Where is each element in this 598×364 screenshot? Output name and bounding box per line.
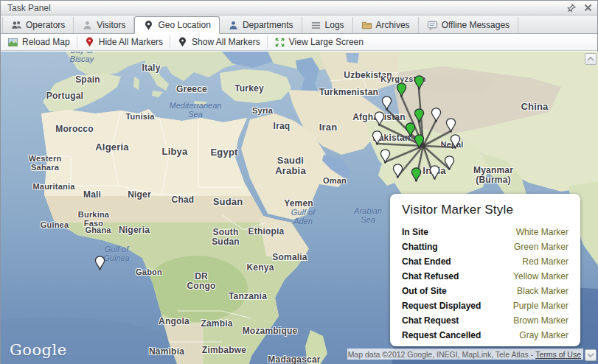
legend-status-label: In Site	[402, 227, 428, 237]
tab-label: Departments	[243, 20, 293, 30]
legend-row-in-site: In SiteWhite Marker	[402, 225, 569, 239]
toolbar-button-label: Show All Markers	[192, 37, 260, 47]
pin-icon[interactable]	[566, 3, 577, 13]
map-label-somalia: Somalia	[272, 253, 307, 262]
legend-status-label: Out of Site	[402, 286, 447, 296]
visitor-marker-in-site[interactable]	[429, 165, 440, 181]
visitor-marker-in-site[interactable]	[431, 108, 442, 123]
tab-visitors[interactable]: Visitors	[74, 17, 134, 33]
visitor-marker-in-site[interactable]	[381, 96, 392, 111]
visitor-marker-in-site[interactable]	[372, 130, 383, 146]
tab-label: Logs	[325, 20, 344, 30]
visitor-marker-in-site[interactable]	[374, 111, 385, 127]
tab-logs[interactable]: Logs	[302, 17, 353, 33]
water-label-arabian-sea: Arabian Sea	[354, 206, 382, 224]
legend-marker-value: Black Marker	[517, 286, 569, 296]
legend-status-label: Chat Ended	[402, 256, 451, 267]
reload-map-button[interactable]: Reload Map	[1, 34, 77, 50]
map-label-sudan: Sudan	[213, 197, 243, 207]
map-label-mozambique: Mozambique	[243, 326, 298, 336]
map-label-morocco: Morocco	[55, 125, 93, 134]
visitor-marker-chatting[interactable]	[414, 134, 425, 150]
map-label-algeria: Algeria	[95, 142, 128, 153]
legend-marker-value: White Marker	[516, 227, 569, 237]
tab-label: Visitors	[97, 20, 125, 30]
tab-geo-location[interactable]: Geo Location	[134, 16, 219, 34]
map-label-south-sudan: South Sudan	[212, 228, 240, 246]
legend-status-label: Request Displayed	[402, 301, 481, 311]
scroll-down-button[interactable]	[585, 349, 597, 361]
map-label-yemen: Yemen	[284, 199, 313, 209]
visitor-marker-in-site[interactable]	[450, 134, 461, 150]
tab-archives[interactable]: Archives	[353, 17, 419, 33]
offline-messages-icon	[427, 20, 438, 31]
map-label-syria: Syria	[252, 107, 273, 116]
water-label-mediterranean-sea: Mediterranean Sea	[170, 101, 222, 119]
map-label-myanmar-burma: Myanmar (Burma)	[473, 166, 513, 184]
terms-of-use-link[interactable]: Terms of Use	[535, 350, 581, 359]
expand-icon	[274, 37, 285, 48]
map-label-china: China	[521, 102, 548, 112]
map-label-madagascar: Madagascar	[268, 355, 320, 364]
legend-row-chat-ended: Chat EndedRed Marker	[402, 254, 569, 269]
map-label-egypt: Egypt	[210, 147, 237, 158]
visitor-marker-in-site[interactable]	[444, 155, 455, 171]
view-large-screen-button[interactable]: View Large Screen	[268, 34, 370, 50]
map-label-turkmenistan: Turkmenistan	[319, 88, 378, 97]
visitor-marker-chatting[interactable]	[414, 108, 425, 124]
map-label-mauritania: Mauritania	[32, 183, 74, 192]
map-label-spain: Spain	[75, 75, 100, 85]
map-label-ghana: Ghana	[85, 226, 111, 235]
archives-icon	[361, 20, 372, 31]
hide-all-markers-button[interactable]: Hide All Markers	[77, 34, 170, 50]
visitor-marker-in-site[interactable]	[445, 118, 456, 133]
visitor-marker-in-site[interactable]	[94, 256, 105, 271]
scroll-up-button[interactable]	[585, 53, 597, 65]
title-bar: Task Panel	[1, 1, 597, 15]
legend-marker-value: Red Marker	[522, 256, 569, 267]
visitor-marker-chatting[interactable]	[411, 167, 422, 183]
tab-operators[interactable]: Operators	[2, 17, 74, 33]
legend-status-label: Chatting	[402, 242, 438, 252]
map-attribution: Map data ©2012 Google, INEGI, MapLink, T…	[347, 349, 583, 360]
water-label-gulf-of-guinea: Gulf of Guinea	[103, 245, 129, 262]
legend-status-label: Request Cancelled	[402, 330, 481, 340]
legend-row-chat-refused: Chat RefusedYellow Marker	[402, 269, 569, 284]
map-view[interactable]: Google Map data ©2012 Google, INEGI, Map…	[1, 52, 598, 364]
visitor-marker-style-panel: Visitor Marker Style In SiteWhite Marker…	[390, 194, 580, 346]
legend-row-request-displayed: Request DisplayedPurple Marker	[402, 298, 569, 313]
tab-label: Operators	[26, 20, 65, 30]
map-label-tanzania: Tanzania	[229, 292, 267, 301]
legend-status-label: Chat Request	[402, 315, 459, 326]
map-label-ethiopia: Ethiopia	[248, 227, 285, 237]
close-icon[interactable]	[583, 3, 593, 13]
visitor-marker-chatting[interactable]	[414, 75, 425, 91]
water-label-bay-of-biscay: Bay of Biscay	[70, 52, 94, 63]
legend-row-out-of-site: Out of SiteBlack Marker	[402, 284, 569, 298]
tab-departments[interactable]: Departments	[220, 17, 302, 33]
visitor-marker-in-site[interactable]	[392, 164, 403, 179]
toolbar-button-label: View Large Screen	[289, 37, 364, 47]
map-label-angola: Angola	[159, 317, 190, 326]
legend-marker-value: Brown Marker	[513, 315, 569, 326]
map-label-mali: Mali	[83, 190, 101, 200]
window-title: Task Panel	[5, 3, 566, 13]
map-label-nigeria: Nigeria	[119, 225, 150, 235]
show-all-markers-button[interactable]: Show All Markers	[170, 34, 267, 50]
map-label-iraq: Iraq	[274, 122, 291, 131]
map-label-namibia: Namibia	[149, 347, 184, 357]
visitor-marker-chatting[interactable]	[396, 83, 407, 98]
map-label-iran: Iran	[319, 122, 338, 133]
departments-icon	[228, 20, 239, 31]
legend-row-chat-request: Chat RequestBrown Marker	[402, 313, 569, 328]
map-label-greece: Greece	[176, 85, 207, 94]
tab-offline-messages[interactable]: Offline Messages	[419, 17, 519, 33]
tab-bar: OperatorsVisitorsGeo LocationDepartments…	[1, 15, 597, 34]
visitor-marker-in-site[interactable]	[380, 149, 391, 164]
tab-label: Archives	[376, 20, 410, 30]
legend-row-chatting: ChattingGreen Marker	[402, 239, 569, 254]
map-toolbar: Reload MapHide All MarkersShow All Marke…	[1, 34, 597, 51]
legend-row-request-cancelled: Request CancelledGray Marker	[402, 328, 569, 343]
map-label-zambia: Zambia	[201, 319, 232, 329]
map-label-chad: Chad	[172, 195, 195, 205]
